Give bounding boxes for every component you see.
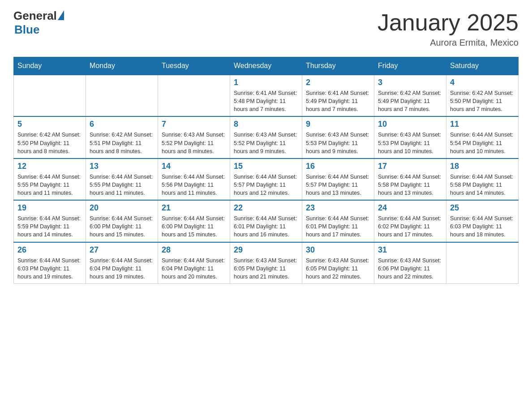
weekday-header-monday: Monday bbox=[86, 57, 158, 75]
day-number: 24 bbox=[378, 203, 442, 213]
day-number: 5 bbox=[17, 120, 82, 129]
day-number: 19 bbox=[17, 203, 82, 213]
day-number: 16 bbox=[306, 162, 370, 171]
calendar-cell: 15Sunrise: 6:44 AM Sunset: 5:57 PM Dayli… bbox=[230, 158, 302, 200]
day-number: 11 bbox=[450, 120, 515, 129]
calendar-cell: 13Sunrise: 6:44 AM Sunset: 5:55 PM Dayli… bbox=[86, 158, 158, 200]
calendar-cell: 6Sunrise: 6:42 AM Sunset: 5:51 PM Daylig… bbox=[86, 116, 158, 158]
day-number: 15 bbox=[234, 162, 298, 171]
day-number: 18 bbox=[450, 162, 515, 171]
page-header: General Blue January 2025 Aurora Ermita,… bbox=[13, 9, 519, 48]
day-number: 31 bbox=[378, 245, 442, 255]
day-info: Sunrise: 6:43 AM Sunset: 6:05 PM Dayligh… bbox=[234, 257, 298, 281]
day-info: Sunrise: 6:44 AM Sunset: 6:02 PM Dayligh… bbox=[378, 214, 442, 239]
calendar-table: SundayMondayTuesdayWednesdayThursdayFrid… bbox=[13, 57, 519, 284]
calendar-cell: 5Sunrise: 6:42 AM Sunset: 5:50 PM Daylig… bbox=[14, 116, 86, 158]
day-number: 13 bbox=[90, 162, 154, 171]
day-number: 1 bbox=[234, 78, 298, 87]
weekday-header-wednesday: Wednesday bbox=[230, 57, 302, 75]
day-number: 20 bbox=[90, 203, 154, 213]
day-number: 12 bbox=[17, 162, 82, 171]
calendar-cell: 14Sunrise: 6:44 AM Sunset: 5:56 PM Dayli… bbox=[158, 158, 230, 200]
day-number: 2 bbox=[306, 78, 370, 87]
logo-triangle-icon bbox=[58, 10, 64, 20]
day-info: Sunrise: 6:43 AM Sunset: 5:52 PM Dayligh… bbox=[234, 131, 298, 155]
day-number: 23 bbox=[306, 203, 370, 213]
day-info: Sunrise: 6:42 AM Sunset: 5:50 PM Dayligh… bbox=[450, 89, 515, 113]
day-info: Sunrise: 6:44 AM Sunset: 5:54 PM Dayligh… bbox=[450, 131, 515, 155]
day-info: Sunrise: 6:44 AM Sunset: 6:04 PM Dayligh… bbox=[162, 257, 226, 281]
day-number: 9 bbox=[306, 120, 370, 129]
weekday-header-thursday: Thursday bbox=[302, 57, 374, 75]
weekday-header-tuesday: Tuesday bbox=[158, 57, 230, 75]
calendar-cell: 19Sunrise: 6:44 AM Sunset: 5:59 PM Dayli… bbox=[14, 200, 86, 242]
day-number: 26 bbox=[17, 245, 82, 255]
day-info: Sunrise: 6:44 AM Sunset: 5:57 PM Dayligh… bbox=[234, 173, 298, 197]
day-number: 22 bbox=[234, 203, 298, 213]
day-info: Sunrise: 6:43 AM Sunset: 6:05 PM Dayligh… bbox=[306, 257, 370, 281]
calendar-cell: 25Sunrise: 6:44 AM Sunset: 6:03 PM Dayli… bbox=[446, 200, 519, 242]
day-info: Sunrise: 6:44 AM Sunset: 6:01 PM Dayligh… bbox=[234, 214, 298, 239]
calendar-cell: 23Sunrise: 6:44 AM Sunset: 6:01 PM Dayli… bbox=[302, 200, 374, 242]
day-info: Sunrise: 6:43 AM Sunset: 6:06 PM Dayligh… bbox=[378, 257, 442, 281]
month-title: January 2025 bbox=[378, 9, 519, 36]
calendar-cell: 20Sunrise: 6:44 AM Sunset: 6:00 PM Dayli… bbox=[86, 200, 158, 242]
weekday-header-friday: Friday bbox=[374, 57, 446, 75]
calendar-cell: 1Sunrise: 6:41 AM Sunset: 5:48 PM Daylig… bbox=[230, 75, 302, 116]
logo-general-text: General bbox=[13, 9, 57, 23]
logo: General Blue bbox=[13, 9, 64, 37]
calendar-cell: 9Sunrise: 6:43 AM Sunset: 5:53 PM Daylig… bbox=[302, 116, 374, 158]
day-number: 25 bbox=[450, 203, 515, 213]
calendar-cell: 4Sunrise: 6:42 AM Sunset: 5:50 PM Daylig… bbox=[446, 75, 519, 116]
day-info: Sunrise: 6:41 AM Sunset: 5:49 PM Dayligh… bbox=[306, 89, 370, 113]
day-info: Sunrise: 6:44 AM Sunset: 5:56 PM Dayligh… bbox=[162, 173, 226, 197]
day-number: 28 bbox=[162, 245, 226, 255]
day-number: 17 bbox=[378, 162, 442, 171]
day-info: Sunrise: 6:44 AM Sunset: 6:03 PM Dayligh… bbox=[17, 257, 82, 281]
calendar-cell: 12Sunrise: 6:44 AM Sunset: 5:55 PM Dayli… bbox=[14, 158, 86, 200]
calendar-cell: 27Sunrise: 6:44 AM Sunset: 6:04 PM Dayli… bbox=[86, 242, 158, 284]
calendar-week-row: 1Sunrise: 6:41 AM Sunset: 5:48 PM Daylig… bbox=[14, 75, 519, 116]
calendar-week-row: 12Sunrise: 6:44 AM Sunset: 5:55 PM Dayli… bbox=[14, 158, 519, 200]
day-number: 4 bbox=[450, 78, 515, 87]
calendar-cell: 11Sunrise: 6:44 AM Sunset: 5:54 PM Dayli… bbox=[446, 116, 519, 158]
day-info: Sunrise: 6:44 AM Sunset: 6:00 PM Dayligh… bbox=[162, 214, 226, 239]
calendar-header-row: SundayMondayTuesdayWednesdayThursdayFrid… bbox=[14, 57, 519, 75]
day-number: 30 bbox=[306, 245, 370, 255]
calendar-cell bbox=[86, 75, 158, 116]
calendar-cell: 28Sunrise: 6:44 AM Sunset: 6:04 PM Dayli… bbox=[158, 242, 230, 284]
calendar-week-row: 19Sunrise: 6:44 AM Sunset: 5:59 PM Dayli… bbox=[14, 200, 519, 242]
day-number: 29 bbox=[234, 245, 298, 255]
calendar-week-row: 26Sunrise: 6:44 AM Sunset: 6:03 PM Dayli… bbox=[14, 242, 519, 284]
day-info: Sunrise: 6:44 AM Sunset: 6:00 PM Dayligh… bbox=[90, 214, 154, 239]
day-number: 6 bbox=[90, 120, 154, 129]
calendar-cell bbox=[14, 75, 86, 116]
day-info: Sunrise: 6:44 AM Sunset: 5:58 PM Dayligh… bbox=[450, 173, 515, 197]
day-number: 8 bbox=[234, 120, 298, 129]
calendar-cell: 10Sunrise: 6:43 AM Sunset: 5:53 PM Dayli… bbox=[374, 116, 446, 158]
day-info: Sunrise: 6:43 AM Sunset: 5:52 PM Dayligh… bbox=[162, 131, 226, 155]
day-info: Sunrise: 6:44 AM Sunset: 5:58 PM Dayligh… bbox=[378, 173, 442, 197]
calendar-cell: 3Sunrise: 6:42 AM Sunset: 5:49 PM Daylig… bbox=[374, 75, 446, 116]
day-number: 7 bbox=[162, 120, 226, 129]
location-text: Aurora Ermita, Mexico bbox=[378, 38, 519, 48]
logo-blue-text: Blue bbox=[14, 23, 64, 37]
day-info: Sunrise: 6:44 AM Sunset: 5:59 PM Dayligh… bbox=[17, 214, 82, 239]
day-info: Sunrise: 6:44 AM Sunset: 6:01 PM Dayligh… bbox=[306, 214, 370, 239]
calendar-cell: 2Sunrise: 6:41 AM Sunset: 5:49 PM Daylig… bbox=[302, 75, 374, 116]
day-info: Sunrise: 6:44 AM Sunset: 6:04 PM Dayligh… bbox=[90, 257, 154, 281]
calendar-cell: 18Sunrise: 6:44 AM Sunset: 5:58 PM Dayli… bbox=[446, 158, 519, 200]
day-info: Sunrise: 6:44 AM Sunset: 5:55 PM Dayligh… bbox=[17, 173, 82, 197]
calendar-cell: 26Sunrise: 6:44 AM Sunset: 6:03 PM Dayli… bbox=[14, 242, 86, 284]
calendar-cell: 24Sunrise: 6:44 AM Sunset: 6:02 PM Dayli… bbox=[374, 200, 446, 242]
day-number: 21 bbox=[162, 203, 226, 213]
title-section: January 2025 Aurora Ermita, Mexico bbox=[378, 9, 519, 48]
day-number: 27 bbox=[90, 245, 154, 255]
day-info: Sunrise: 6:42 AM Sunset: 5:49 PM Dayligh… bbox=[378, 89, 442, 113]
calendar-cell bbox=[158, 75, 230, 116]
calendar-week-row: 5Sunrise: 6:42 AM Sunset: 5:50 PM Daylig… bbox=[14, 116, 519, 158]
weekday-header-sunday: Sunday bbox=[14, 57, 86, 75]
day-number: 3 bbox=[378, 78, 442, 87]
weekday-header-saturday: Saturday bbox=[446, 57, 519, 75]
day-info: Sunrise: 6:43 AM Sunset: 5:53 PM Dayligh… bbox=[306, 131, 370, 155]
